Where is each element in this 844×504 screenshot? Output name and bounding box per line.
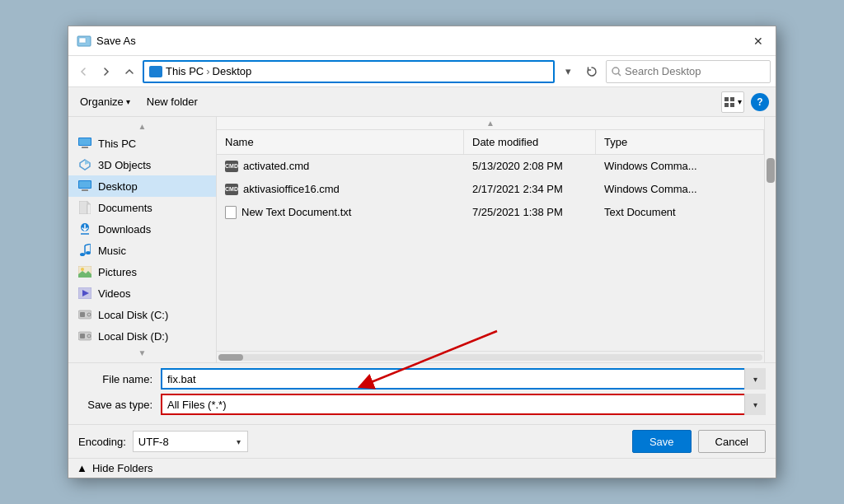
filename-row: File name: ▾ (78, 368, 766, 390)
music-icon (78, 244, 91, 257)
sidebar-item-local-c[interactable]: Local Disk (C:) (68, 304, 216, 325)
up-button[interactable] (120, 62, 139, 82)
svg-rect-9 (79, 138, 91, 145)
encoding-select-wrap: UTF-8 ▾ (133, 431, 248, 452)
v-scrollbar[interactable] (764, 117, 776, 362)
file-cell-type: Text Document (596, 206, 764, 218)
disk-d-icon (78, 329, 91, 343)
breadcrumb-location-label: Desktop (213, 65, 252, 77)
h-scrollbar[interactable] (217, 351, 764, 362)
svg-rect-33 (80, 334, 85, 338)
toolbar: Organize ▾ New folder ▾ ? (68, 87, 776, 117)
search-icon (612, 67, 621, 77)
sidebar-label-pictures: Pictures (98, 266, 137, 278)
file-cell-type: Windows Comma... (596, 183, 764, 195)
svg-line-24 (85, 244, 91, 245)
file-list: CMD activated.cmd 5/13/2020 2:08 PM Wind… (217, 155, 764, 351)
refresh-button[interactable] (581, 61, 603, 82)
column-type[interactable]: Type (596, 130, 764, 154)
svg-point-2 (612, 68, 619, 74)
file-cell-name: New Text Document.txt (217, 206, 464, 219)
breadcrumb-dropdown[interactable]: ▾ (558, 60, 578, 83)
sidebar-label-documents: Documents (98, 202, 152, 214)
file-area-wrap: ▲ Name Date modified Type CMD activated.… (217, 117, 764, 362)
encoding-select[interactable]: UTF-8 (133, 431, 248, 452)
txt-icon (225, 206, 237, 219)
filetype-row: Save as type: All Files (*.*) ▾ (78, 394, 766, 415)
action-bar: Encoding: UTF-8 ▾ Save Cancel (68, 424, 776, 458)
svg-rect-16 (79, 201, 87, 214)
sidebar-item-documents[interactable]: Documents (68, 197, 216, 218)
sidebar-item-music[interactable]: Music (68, 240, 216, 261)
filename-input-wrap: ▾ (161, 368, 766, 390)
table-row[interactable]: New Text Document.txt 7/25/2021 1:38 PM … (217, 201, 764, 224)
sidebar-scroll-up[interactable]: ▲ (68, 120, 216, 133)
table-row[interactable]: CMD activated.cmd 5/13/2020 2:08 PM Wind… (217, 155, 764, 178)
sidebar-label-downloads: Downloads (98, 223, 151, 236)
svg-rect-6 (724, 103, 729, 107)
main-content: ▲ This PC 3D Objects Desktop (68, 117, 776, 362)
file-cell-name: CMD aktivasioffice16.cmd (217, 183, 464, 195)
cmd-icon: CMD (225, 184, 238, 195)
sidebar-item-3d-objects[interactable]: 3D Objects (68, 154, 216, 175)
h-scroll-thumb[interactable] (218, 354, 243, 361)
cancel-button[interactable]: Cancel (698, 430, 766, 453)
sidebar-item-downloads[interactable]: Downloads (68, 218, 216, 240)
close-button[interactable]: ✕ (748, 30, 769, 52)
sidebar-label-desktop: Desktop (98, 180, 138, 193)
desktop-icon (78, 180, 91, 193)
svg-rect-5 (730, 97, 734, 101)
hide-folders-arrow: ▲ (77, 462, 87, 474)
sidebar-item-videos[interactable]: Videos (68, 282, 216, 304)
address-bar: This PC › Desktop ▾ (68, 56, 776, 87)
svg-point-20 (80, 253, 85, 256)
help-button[interactable]: ? (751, 93, 769, 111)
svg-point-26 (81, 268, 84, 271)
file-area-scroll-up[interactable]: ▲ (217, 117, 764, 130)
sidebar-label-music: Music (98, 245, 126, 257)
filetype-select[interactable]: All Files (*.*) (161, 394, 766, 415)
svg-rect-1 (79, 38, 86, 43)
breadcrumb[interactable]: This PC › Desktop (143, 60, 555, 83)
v-scroll-thumb[interactable] (767, 158, 775, 183)
new-folder-button[interactable]: New folder (142, 93, 203, 110)
this-pc-icon (149, 66, 162, 77)
dialog-title: Save As (96, 35, 748, 47)
breadcrumb-sep1: › (206, 65, 209, 77)
breadcrumb-location: Desktop (213, 65, 252, 77)
titlebar: Save As ✕ (68, 26, 776, 56)
svg-rect-4 (724, 97, 729, 101)
sidebar-item-pictures[interactable]: Pictures (68, 261, 216, 282)
forward-button[interactable] (96, 62, 116, 82)
downloads-icon (78, 222, 91, 236)
sidebar-item-desktop[interactable]: Desktop (68, 175, 216, 197)
hide-folders-bar[interactable]: ▲ Hide Folders (68, 458, 776, 478)
filename-dropdown[interactable]: ▾ (744, 368, 766, 390)
view-button[interactable]: ▾ (721, 91, 744, 113)
organize-button[interactable]: Organize ▾ (75, 93, 135, 110)
svg-point-21 (86, 251, 91, 254)
search-box[interactable] (606, 60, 771, 83)
sidebar-label-local-d: Local Disk (D:) (98, 330, 168, 343)
search-input[interactable] (625, 65, 765, 77)
back-button[interactable] (73, 62, 93, 82)
column-date[interactable]: Date modified (464, 130, 596, 154)
breadcrumb-pc: This PC (149, 65, 204, 77)
table-row[interactable]: CMD aktivasioffice16.cmd 2/17/2021 2:34 … (217, 178, 764, 201)
save-as-dialog: Save As ✕ This PC › Desktop ▾ (68, 26, 776, 478)
sidebar-label-local-c: Local Disk (C:) (98, 309, 168, 321)
filename-input[interactable] (161, 368, 766, 390)
sidebar-scroll-down[interactable]: ▼ (68, 347, 216, 359)
filetype-label: Save as type: (78, 399, 161, 411)
file-header: Name Date modified Type (217, 130, 764, 155)
bottom-form-area: File name: ▾ Save as type: All Files (*.… (68, 362, 776, 424)
view-icon (724, 97, 736, 107)
svg-rect-15 (82, 189, 88, 191)
disk-c-icon (78, 308, 91, 321)
sidebar-item-local-d[interactable]: Local Disk (D:) (68, 325, 216, 347)
column-name[interactable]: Name (217, 130, 464, 154)
file-cell-name: CMD activated.cmd (217, 160, 464, 172)
save-button[interactable]: Save (632, 430, 692, 453)
filetype-dropdown[interactable]: ▾ (744, 394, 766, 415)
sidebar-item-this-pc[interactable]: This PC (68, 133, 216, 154)
